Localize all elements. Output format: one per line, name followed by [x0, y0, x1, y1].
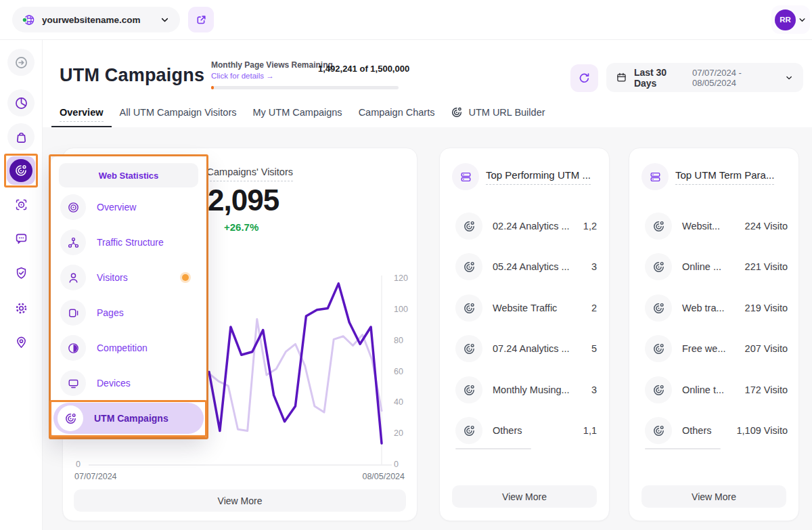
quota-progress-bar: [211, 86, 399, 89]
traffic-structure-icon: [60, 229, 86, 255]
tab-all-utm-campaign-visitors[interactable]: All UTM Campaign Visitors: [112, 106, 245, 127]
view-more-button[interactable]: View More: [641, 485, 786, 508]
utm-spiral-icon: [14, 164, 28, 177]
list-item[interactable]: Online ...221 Visito: [629, 246, 798, 287]
list-item[interactable]: Free we...207 Visito: [629, 328, 798, 369]
chevron-down-icon: [797, 15, 807, 25]
card-title: Top UTM Term Para...: [675, 169, 774, 185]
list-item[interactable]: 07.24 Analytics ...5: [440, 328, 609, 369]
menu-item-overview[interactable]: Overview: [56, 192, 201, 223]
y-axis-tick: 80: [394, 336, 403, 345]
x-axis-start-label: 07/07/2024: [74, 472, 117, 481]
utm-spiral-icon: [645, 253, 672, 280]
topbar: yourwebsitename.com RR: [0, 0, 812, 40]
shopping-bag-icon: [14, 130, 28, 144]
sidebar-item-scan[interactable]: [7, 191, 35, 218]
menu-item-pages[interactable]: Pages: [56, 297, 201, 328]
website-name: yourwebsitename.com: [42, 15, 153, 25]
visitors-icon: [60, 265, 86, 290]
devices-icon: [60, 370, 86, 396]
target-icon: [60, 194, 86, 220]
view-more-button[interactable]: View More: [452, 485, 597, 508]
quota-value: 1,492,241 of 1,500,000: [318, 64, 409, 74]
visitors-total: 2,095: [208, 183, 279, 217]
chevron-down-icon: [159, 14, 171, 26]
sidebar-item-security[interactable]: [7, 259, 35, 286]
menu-item-traffic-structure[interactable]: Traffic Structure: [56, 227, 201, 258]
sidebar-item-collapse[interactable]: [7, 49, 35, 76]
open-website-button[interactable]: [188, 7, 214, 32]
y-axis-tick: 120: [394, 273, 408, 283]
arrow-circle-icon: [14, 56, 28, 70]
sidebar-item-locations[interactable]: [7, 328, 35, 355]
top-performing-utm-card: Top Performing UTM ... 02.24 Analytics .…: [439, 148, 610, 521]
shield-check-icon: [14, 266, 28, 280]
scan-circle-icon: [14, 198, 28, 212]
menu-item-devices[interactable]: Devices: [56, 368, 201, 399]
sidebar-item-store[interactable]: [7, 123, 35, 150]
utm-spiral-icon: [645, 294, 672, 322]
menu-item-visitors[interactable]: Visitors: [56, 262, 201, 293]
app-window: yourwebsitename.com RR: [0, 0, 812, 530]
list-item[interactable]: Web tra...219 Visito: [629, 288, 798, 328]
external-link-icon: [195, 14, 208, 26]
orange-dot-badge: [182, 274, 189, 281]
utm-spiral-icon: [645, 417, 672, 444]
tutorial-highlight-utm-item: [49, 400, 207, 437]
server-icon: [641, 163, 669, 190]
date-range-label: Last 30 Days: [634, 67, 685, 89]
globe-icon: [22, 14, 36, 26]
utm-spiral-icon: [455, 213, 482, 240]
utm-spiral-icon: [455, 376, 482, 403]
tab-overview[interactable]: Overview: [51, 106, 112, 127]
account-menu[interactable]: RR: [771, 5, 810, 34]
list-divider: [645, 448, 721, 449]
list-item[interactable]: 02.24 Analytics ...1,2: [440, 206, 609, 246]
x-axis-end-label: 08/05/2024: [362, 472, 405, 481]
list-item[interactable]: Monthly Musing...3: [440, 370, 609, 410]
y-axis-tick: 0: [394, 460, 399, 469]
top-utm-term-card: Top UTM Term Para... Websit...224 Visito…: [629, 148, 799, 521]
menu-item-competition[interactable]: Competition: [56, 332, 201, 363]
tab-bar: Overview All UTM Campaign Visitors My UT…: [51, 106, 554, 127]
tab-utm-url-builder[interactable]: UTM URL Builder: [443, 106, 553, 127]
gear-icon: [14, 301, 28, 315]
pages-icon: [60, 300, 86, 326]
y-axis-tick: 60: [394, 367, 403, 376]
tab-my-utm-campaigns[interactable]: My UTM Campaigns: [244, 106, 350, 127]
tutorial-highlight-sidebar: [4, 154, 38, 187]
list-item[interactable]: Others1,1: [440, 410, 609, 451]
quota-details-link[interactable]: Click for details →: [211, 72, 274, 80]
quota-label: Monthly Page Views Remaining: [211, 60, 333, 70]
date-range-picker[interactable]: Last 30 Days 07/07/2024 - 08/05/2024: [606, 63, 803, 92]
sidebar-item-dashboard[interactable]: [7, 89, 35, 116]
list-item[interactable]: Online t...172 Visito: [629, 370, 798, 410]
list-item[interactable]: Websit...224 Visito: [629, 206, 798, 246]
refresh-icon: [578, 72, 591, 85]
list-divider: [455, 448, 531, 449]
quota-progress-fill: [211, 86, 214, 89]
tutorial-highlight-popup: Web Statistics Overview Traffic Structur…: [49, 154, 208, 439]
calendar-icon: [616, 71, 627, 84]
location-pin-icon: [14, 335, 28, 349]
y-axis-zero-left: 0: [76, 460, 81, 469]
utm-spiral-icon: [455, 335, 482, 362]
visitors-delta: +26.7%: [224, 221, 258, 233]
utm-spiral-icon: [455, 253, 482, 280]
sidebar-item-messages[interactable]: [7, 225, 35, 252]
sidebar-item-settings[interactable]: [7, 294, 35, 322]
utm-spiral-icon: [451, 106, 463, 118]
utm-spiral-icon: [455, 294, 482, 322]
y-axis-tick: 40: [394, 397, 403, 407]
utm-spiral-icon: [645, 213, 672, 240]
competition-icon: [60, 335, 86, 361]
sidebar-rail: [0, 39, 43, 530]
list-item[interactable]: Website Traffic2: [440, 288, 609, 328]
refresh-button[interactable]: [570, 64, 598, 92]
tab-campaign-charts[interactable]: Campaign Charts: [351, 106, 443, 127]
list-item[interactable]: Others1,109 Visito: [629, 410, 798, 451]
sidebar-item-web-statistics[interactable]: [7, 156, 35, 185]
website-selector[interactable]: yourwebsitename.com: [12, 7, 180, 32]
view-more-button[interactable]: View More: [74, 489, 406, 512]
list-item[interactable]: 05.24 Analytics ...3: [440, 246, 609, 287]
